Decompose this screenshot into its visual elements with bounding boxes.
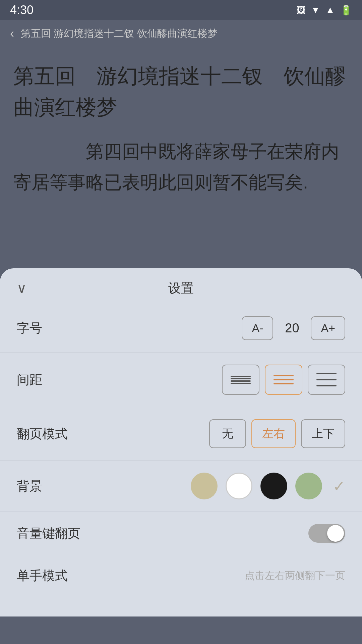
page-mode-ud-button[interactable]: 上下 <box>301 419 345 448</box>
spacing-medium-icon <box>274 375 294 384</box>
background-label: 背景 <box>17 478 42 495</box>
bg-checkmark-icon: ✓ <box>333 478 345 495</box>
chapter-title: 第五回 游幻境指迷十二钗 饮仙醪曲演红楼梦 <box>13 60 349 123</box>
volume-flip-toggle[interactable] <box>308 524 345 543</box>
back-button[interactable]: ‹ <box>10 26 14 41</box>
single-hand-hint: 点击左右两侧翻下一页 <box>245 569 345 583</box>
battery-icon: 🔋 <box>340 5 352 16</box>
font-size-controls: A- 20 A+ <box>242 316 345 340</box>
page-mode-label: 翻页模式 <box>17 425 68 442</box>
page-mode-row: 翻页模式 无 左右 上下 <box>0 407 362 461</box>
page-mode-none-button[interactable]: 无 <box>209 419 246 448</box>
font-size-row: 字号 A- 20 A+ <box>0 304 362 353</box>
status-bar: 4:30 🖼 ▼ ▲ 🔋 <box>0 0 362 20</box>
reading-area: 第五回 游幻境指迷十二钗 饮仙醪曲演红楼梦 第四回中既将薛家母子在荣府内寄居等事… <box>0 47 362 268</box>
chapter-body: 第四回中既将薛家母子在荣府内寄居等事略已表明此回则暂不能写矣. <box>13 136 349 198</box>
bg-white-button[interactable] <box>226 473 252 499</box>
single-hand-row: 单手模式 点击左右两侧翻下一页 <box>0 555 362 596</box>
volume-flip-label: 音量键翻页 <box>17 525 80 542</box>
spacing-wide-icon <box>316 373 337 386</box>
spacing-controls <box>222 365 345 395</box>
bg-black-button[interactable] <box>260 473 287 499</box>
bg-beige-button[interactable] <box>191 473 218 499</box>
page-mode-lr-button[interactable]: 左右 <box>251 419 296 448</box>
background-row: 背景 ✓ <box>0 461 362 512</box>
spacing-tight-icon <box>231 376 251 384</box>
image-icon: 🖼 <box>296 5 306 16</box>
settings-header: ∨ 设置 <box>0 268 362 304</box>
toggle-knob <box>327 525 344 542</box>
single-hand-label: 单手模式 <box>17 567 68 584</box>
font-increase-button[interactable]: A+ <box>311 316 345 340</box>
wifi-icon: ▼ <box>311 5 320 15</box>
spacing-label: 间距 <box>17 371 42 388</box>
font-size-value: 20 <box>279 321 305 335</box>
spacing-row: 间距 <box>0 353 362 407</box>
font-size-label: 字号 <box>17 320 42 337</box>
status-icons: 🖼 ▼ ▲ 🔋 <box>296 5 352 16</box>
settings-panel-title: 设置 <box>168 280 194 297</box>
spacing-tight-button[interactable] <box>222 365 259 395</box>
nav-title: 第五回 游幻境指迷十二钗 饮仙醪曲演红楼梦 <box>21 27 352 41</box>
page-mode-controls: 无 左右 上下 <box>209 419 345 448</box>
bg-circles: ✓ <box>191 473 345 499</box>
spacing-wide-button[interactable] <box>308 365 345 395</box>
spacing-medium-button[interactable] <box>265 365 302 395</box>
background-controls: ✓ <box>191 473 345 499</box>
bg-green-button[interactable] <box>295 473 322 499</box>
signal-icon: ▲ <box>325 5 335 15</box>
chevron-down-icon[interactable]: ∨ <box>17 280 26 296</box>
settings-panel: ∨ 设置 字号 A- 20 A+ 间距 <box>0 268 362 616</box>
font-decrease-button[interactable]: A- <box>242 316 273 340</box>
top-nav: ‹ 第五回 游幻境指迷十二钗 饮仙醪曲演红楼梦 <box>0 20 362 47</box>
volume-flip-row: 音量键翻页 <box>0 512 362 555</box>
status-time: 4:30 <box>10 3 34 17</box>
